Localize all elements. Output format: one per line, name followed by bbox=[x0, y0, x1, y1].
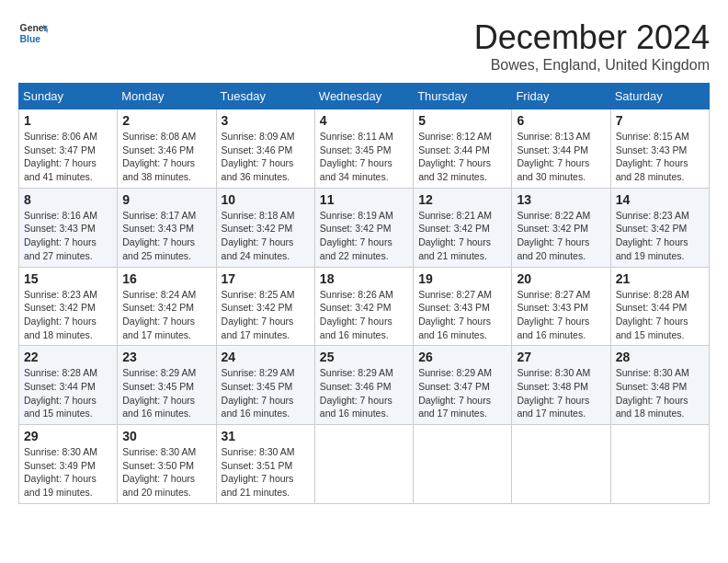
day-number: 28 bbox=[616, 350, 704, 364]
page-header: General Blue December 2024 Bowes, Englan… bbox=[18, 18, 710, 74]
calendar-day-cell: 5 Sunrise: 8:12 AMSunset: 3:44 PMDayligh… bbox=[414, 109, 512, 189]
day-detail: Sunrise: 8:25 AMSunset: 3:42 PMDaylight:… bbox=[222, 288, 310, 342]
column-header-sunday: Sunday bbox=[19, 84, 118, 109]
day-detail: Sunrise: 8:15 AMSunset: 3:43 PMDaylight:… bbox=[616, 130, 704, 184]
calendar-week-1: 1 Sunrise: 8:06 AMSunset: 3:47 PMDayligh… bbox=[19, 109, 710, 189]
calendar-day-cell: 29 Sunrise: 8:30 AMSunset: 3:49 PMDaylig… bbox=[19, 425, 118, 504]
day-number: 14 bbox=[616, 192, 704, 207]
day-number: 20 bbox=[517, 271, 605, 286]
day-detail: Sunrise: 8:29 AMSunset: 3:45 PMDaylight:… bbox=[222, 366, 310, 420]
day-detail: Sunrise: 8:26 AMSunset: 3:42 PMDaylight:… bbox=[320, 288, 408, 342]
day-number: 17 bbox=[222, 271, 310, 286]
calendar-day-cell: 17 Sunrise: 8:25 AMSunset: 3:42 PMDaylig… bbox=[216, 267, 314, 346]
day-number: 18 bbox=[320, 271, 408, 286]
calendar-day-cell: 16 Sunrise: 8:24 AMSunset: 3:42 PMDaylig… bbox=[118, 267, 216, 346]
calendar-day-cell: 15 Sunrise: 8:23 AMSunset: 3:42 PMDaylig… bbox=[19, 267, 118, 346]
day-detail: Sunrise: 8:19 AMSunset: 3:42 PMDaylight:… bbox=[320, 209, 408, 263]
day-number: 25 bbox=[320, 350, 408, 364]
day-detail: Sunrise: 8:08 AMSunset: 3:46 PMDaylight:… bbox=[122, 130, 210, 184]
calendar-day-cell: 3 Sunrise: 8:09 AMSunset: 3:46 PMDayligh… bbox=[216, 109, 314, 189]
day-number: 24 bbox=[222, 350, 310, 364]
calendar-day-cell: 28 Sunrise: 8:30 AMSunset: 3:48 PMDaylig… bbox=[610, 346, 709, 425]
day-number: 8 bbox=[24, 192, 112, 207]
day-detail: Sunrise: 8:22 AMSunset: 3:42 PMDaylight:… bbox=[517, 209, 605, 263]
calendar-day-cell bbox=[314, 425, 413, 504]
day-detail: Sunrise: 8:21 AMSunset: 3:42 PMDaylight:… bbox=[418, 209, 506, 263]
day-detail: Sunrise: 8:18 AMSunset: 3:42 PMDaylight:… bbox=[222, 209, 310, 263]
day-number: 11 bbox=[320, 192, 408, 207]
logo: General Blue bbox=[18, 18, 48, 48]
day-number: 4 bbox=[320, 113, 408, 128]
calendar-day-cell bbox=[512, 425, 610, 504]
calendar-day-cell: 22 Sunrise: 8:28 AMSunset: 3:44 PMDaylig… bbox=[19, 346, 118, 425]
calendar-day-cell: 9 Sunrise: 8:17 AMSunset: 3:43 PMDayligh… bbox=[118, 188, 216, 267]
calendar-day-cell: 12 Sunrise: 8:21 AMSunset: 3:42 PMDaylig… bbox=[414, 188, 512, 267]
column-header-saturday: Saturday bbox=[610, 84, 709, 109]
day-detail: Sunrise: 8:17 AMSunset: 3:43 PMDaylight:… bbox=[122, 209, 210, 263]
calendar-day-cell: 14 Sunrise: 8:23 AMSunset: 3:42 PMDaylig… bbox=[610, 188, 709, 267]
day-number: 9 bbox=[122, 192, 210, 207]
day-number: 1 bbox=[24, 113, 112, 128]
day-detail: Sunrise: 8:29 AMSunset: 3:45 PMDaylight:… bbox=[122, 366, 210, 420]
calendar-day-cell: 23 Sunrise: 8:29 AMSunset: 3:45 PMDaylig… bbox=[118, 346, 216, 425]
day-detail: Sunrise: 8:30 AMSunset: 3:49 PMDaylight:… bbox=[24, 445, 112, 500]
day-number: 7 bbox=[616, 113, 704, 128]
day-detail: Sunrise: 8:11 AMSunset: 3:45 PMDaylight:… bbox=[320, 130, 408, 184]
logo-icon: General Blue bbox=[18, 18, 48, 48]
calendar-day-cell: 6 Sunrise: 8:13 AMSunset: 3:44 PMDayligh… bbox=[512, 109, 610, 189]
day-detail: Sunrise: 8:29 AMSunset: 3:47 PMDaylight:… bbox=[418, 366, 506, 420]
calendar-day-cell: 27 Sunrise: 8:30 AMSunset: 3:48 PMDaylig… bbox=[512, 346, 610, 425]
column-header-tuesday: Tuesday bbox=[216, 84, 314, 109]
calendar-day-cell: 13 Sunrise: 8:22 AMSunset: 3:42 PMDaylig… bbox=[512, 188, 610, 267]
day-detail: Sunrise: 8:29 AMSunset: 3:46 PMDaylight:… bbox=[320, 366, 408, 420]
calendar-day-cell: 8 Sunrise: 8:16 AMSunset: 3:43 PMDayligh… bbox=[19, 188, 118, 267]
calendar-day-cell: 24 Sunrise: 8:29 AMSunset: 3:45 PMDaylig… bbox=[216, 346, 314, 425]
day-detail: Sunrise: 8:09 AMSunset: 3:46 PMDaylight:… bbox=[222, 130, 310, 184]
day-detail: Sunrise: 8:30 AMSunset: 3:50 PMDaylight:… bbox=[122, 445, 210, 500]
svg-text:Blue: Blue bbox=[20, 34, 41, 44]
day-number: 19 bbox=[418, 271, 506, 286]
day-number: 15 bbox=[24, 271, 112, 286]
column-header-wednesday: Wednesday bbox=[314, 84, 413, 109]
day-detail: Sunrise: 8:06 AMSunset: 3:47 PMDaylight:… bbox=[24, 130, 112, 184]
day-number: 5 bbox=[418, 113, 506, 128]
column-header-thursday: Thursday bbox=[414, 84, 512, 109]
day-detail: Sunrise: 8:27 AMSunset: 3:43 PMDaylight:… bbox=[418, 288, 506, 342]
day-number: 10 bbox=[222, 192, 310, 207]
day-number: 12 bbox=[418, 192, 506, 207]
calendar-day-cell bbox=[610, 425, 709, 504]
day-number: 3 bbox=[222, 113, 310, 128]
day-number: 27 bbox=[517, 350, 605, 364]
day-number: 22 bbox=[24, 350, 112, 364]
day-number: 31 bbox=[222, 429, 310, 443]
calendar-week-3: 15 Sunrise: 8:23 AMSunset: 3:42 PMDaylig… bbox=[19, 267, 710, 346]
calendar-header-row: SundayMondayTuesdayWednesdayThursdayFrid… bbox=[19, 84, 710, 109]
page-title: December 2024 bbox=[474, 18, 710, 57]
calendar-week-4: 22 Sunrise: 8:28 AMSunset: 3:44 PMDaylig… bbox=[19, 346, 710, 425]
calendar-day-cell: 26 Sunrise: 8:29 AMSunset: 3:47 PMDaylig… bbox=[414, 346, 512, 425]
calendar-day-cell: 2 Sunrise: 8:08 AMSunset: 3:46 PMDayligh… bbox=[118, 109, 216, 189]
day-detail: Sunrise: 8:30 AMSunset: 3:48 PMDaylight:… bbox=[616, 366, 704, 420]
day-number: 30 bbox=[122, 429, 210, 443]
day-number: 2 bbox=[122, 113, 210, 128]
calendar-day-cell: 1 Sunrise: 8:06 AMSunset: 3:47 PMDayligh… bbox=[19, 109, 118, 189]
day-detail: Sunrise: 8:30 AMSunset: 3:51 PMDaylight:… bbox=[222, 445, 310, 500]
day-number: 16 bbox=[122, 271, 210, 286]
day-detail: Sunrise: 8:23 AMSunset: 3:42 PMDaylight:… bbox=[616, 209, 704, 263]
day-detail: Sunrise: 8:13 AMSunset: 3:44 PMDaylight:… bbox=[517, 130, 605, 184]
calendar-day-cell: 7 Sunrise: 8:15 AMSunset: 3:43 PMDayligh… bbox=[610, 109, 709, 189]
day-detail: Sunrise: 8:23 AMSunset: 3:42 PMDaylight:… bbox=[24, 288, 112, 342]
calendar-day-cell: 20 Sunrise: 8:27 AMSunset: 3:43 PMDaylig… bbox=[512, 267, 610, 346]
column-header-friday: Friday bbox=[512, 84, 610, 109]
day-number: 29 bbox=[24, 429, 112, 443]
calendar-day-cell: 30 Sunrise: 8:30 AMSunset: 3:50 PMDaylig… bbox=[118, 425, 216, 504]
day-number: 13 bbox=[517, 192, 605, 207]
calendar-table: SundayMondayTuesdayWednesdayThursdayFrid… bbox=[18, 83, 710, 504]
column-header-monday: Monday bbox=[118, 84, 216, 109]
calendar-week-2: 8 Sunrise: 8:16 AMSunset: 3:43 PMDayligh… bbox=[19, 188, 710, 267]
day-number: 6 bbox=[517, 113, 605, 128]
day-detail: Sunrise: 8:30 AMSunset: 3:48 PMDaylight:… bbox=[517, 366, 605, 420]
day-detail: Sunrise: 8:28 AMSunset: 3:44 PMDaylight:… bbox=[616, 288, 704, 342]
day-detail: Sunrise: 8:27 AMSunset: 3:43 PMDaylight:… bbox=[517, 288, 605, 342]
day-detail: Sunrise: 8:28 AMSunset: 3:44 PMDaylight:… bbox=[24, 366, 112, 420]
